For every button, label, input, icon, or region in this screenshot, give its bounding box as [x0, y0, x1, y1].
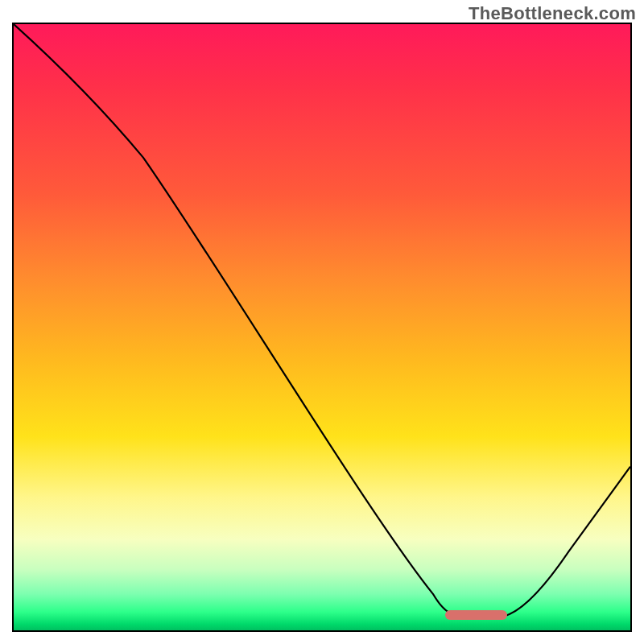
bottleneck-curve — [14, 24, 630, 630]
plot-area — [12, 23, 632, 632]
optimal-range-marker — [445, 610, 507, 620]
watermark-text: TheBottleneck.com — [469, 3, 636, 24]
curve-path — [14, 24, 630, 615]
chart-container: TheBottleneck.com — [0, 0, 644, 644]
